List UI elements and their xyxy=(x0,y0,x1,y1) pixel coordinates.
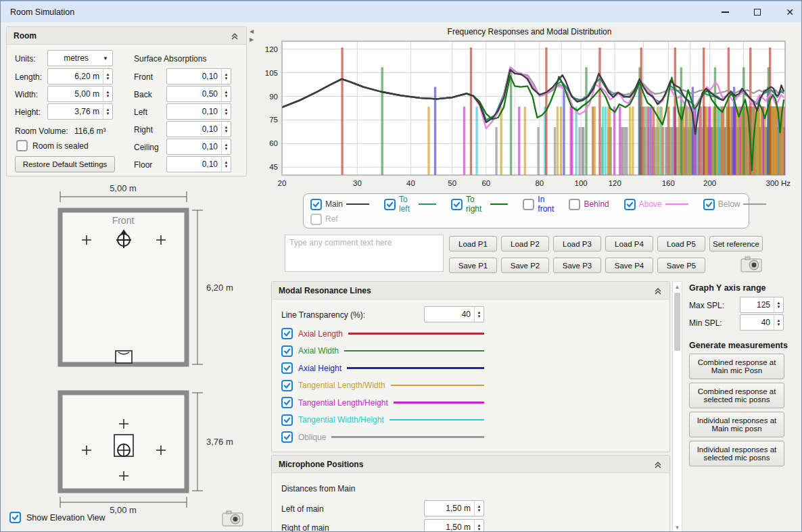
frequency-response-chart[interactable]: 4560759010512020304050608010012016020030… xyxy=(256,25,802,191)
ref-checkbox[interactable] xyxy=(310,214,322,225)
spinner-arrows-icon[interactable]: ▲▼ xyxy=(221,87,231,101)
scrollbar-thumb[interactable] xyxy=(674,293,680,351)
legend-item-main[interactable]: Main xyxy=(310,199,369,210)
speaker-elevation-icon[interactable] xyxy=(114,435,133,456)
mic-panel-header[interactable]: Microphone Positions xyxy=(272,456,669,473)
load-p5-button[interactable]: Load P5 xyxy=(657,236,705,251)
axial-height-checkbox[interactable] xyxy=(281,362,293,374)
room-panel-header[interactable]: Room xyxy=(7,27,246,45)
spinner-arrows-icon[interactable]: ▲▼ xyxy=(774,297,783,312)
right-of-main-input[interactable]: 1,50 m ▲▼ xyxy=(424,519,484,532)
load-p4-button[interactable]: Load P4 xyxy=(605,236,653,251)
save-p3-button[interactable]: Save P3 xyxy=(553,258,601,273)
collapse-chevron-icon[interactable] xyxy=(653,286,663,295)
to-left-checkbox[interactable] xyxy=(384,199,396,210)
spinner-arrows-icon[interactable]: ▲▼ xyxy=(221,104,231,119)
collapse-chevron-icon[interactable] xyxy=(653,460,663,469)
absorption-right-input[interactable]: 0,10 ▲▼ xyxy=(166,121,231,137)
save-p4-button[interactable]: Save P4 xyxy=(605,258,653,273)
combined-response-main-mic-button[interactable]: Combined response at Main mic Posn xyxy=(689,354,784,379)
distances-from-main-label: Distances from Main xyxy=(281,484,355,493)
legend-item-ref[interactable]: Ref xyxy=(310,214,338,225)
load-p3-button[interactable]: Load P3 xyxy=(553,236,601,251)
graph-snapshot-camera-button[interactable] xyxy=(740,255,763,273)
collapse-chevron-icon[interactable] xyxy=(230,31,239,41)
tangential-wh-checkbox[interactable] xyxy=(281,414,293,426)
left-of-main-input[interactable]: 1,50 m ▲▼ xyxy=(424,500,484,516)
absorption-ceiling-input[interactable]: 0,10 ▲▼ xyxy=(166,139,231,155)
individual-responses-selected-mics-button[interactable]: Individual responses at selected mic pos… xyxy=(689,441,784,466)
close-button[interactable]: ✕ xyxy=(784,6,796,18)
scroll-down-icon[interactable]: ▼ xyxy=(675,523,680,532)
modal-panel-header[interactable]: Modal Resonance Lines xyxy=(272,282,669,299)
min-spl-input[interactable]: 40 ▲▼ xyxy=(740,314,784,331)
plan-width-dimension: 5,00 m xyxy=(110,183,137,193)
scroll-up-icon[interactable]: ▲ xyxy=(675,282,680,291)
legend-item-in-front[interactable]: In front xyxy=(523,195,554,214)
spinner-arrows-icon[interactable]: ▲▼ xyxy=(103,104,112,119)
line-transparency-input[interactable]: 40 ▲▼ xyxy=(424,306,484,322)
legend-item-to-right[interactable]: To right xyxy=(451,195,508,214)
spinner-arrows-icon[interactable]: ▲▼ xyxy=(474,501,483,516)
spinner-arrows-icon[interactable]: ▲▼ xyxy=(474,307,483,322)
tangential-lh-checkbox[interactable] xyxy=(281,397,293,408)
legend-item-above[interactable]: Above xyxy=(624,199,688,210)
scrollbar-track[interactable] xyxy=(673,291,682,523)
legend-item-below[interactable]: Below xyxy=(703,199,767,210)
main-checkbox[interactable] xyxy=(310,199,322,210)
length-input[interactable]: 6,20 m ▲▼ xyxy=(47,68,113,84)
max-spl-input[interactable]: 125 ▲▼ xyxy=(740,297,784,313)
save-p5-button[interactable]: Save P5 xyxy=(657,258,705,273)
spinner-arrows-icon[interactable]: ▲▼ xyxy=(221,69,231,84)
svg-text:60: 60 xyxy=(481,179,490,187)
in-front-checkbox[interactable] xyxy=(523,199,534,210)
collapse-right-icon[interactable]: ▶ xyxy=(250,37,256,43)
to-right-checkbox[interactable] xyxy=(451,199,463,210)
absorption-back-input[interactable]: 0,50 ▲▼ xyxy=(166,86,231,102)
below-checkbox[interactable] xyxy=(703,199,715,210)
svg-text:120: 120 xyxy=(265,45,278,53)
tangential-lw-checkbox[interactable] xyxy=(281,380,293,391)
set-reference-button[interactable]: Set reference xyxy=(709,236,763,251)
splitter-arrows[interactable]: ◀▶ xyxy=(250,29,256,43)
axial-width-checkbox[interactable] xyxy=(281,345,293,357)
width-input[interactable]: 5,00 m ▲▼ xyxy=(47,86,113,102)
axial-length-checkbox[interactable] xyxy=(281,328,293,339)
oblique-checkbox[interactable] xyxy=(281,431,293,443)
legend-item-to-left[interactable]: To left xyxy=(384,195,436,214)
maximize-button[interactable] xyxy=(751,6,763,18)
spinner-arrows-icon[interactable]: ▲▼ xyxy=(774,315,783,330)
spinner-arrows-icon[interactable]: ▲▼ xyxy=(103,69,112,84)
spinner-arrows-icon[interactable]: ▲▼ xyxy=(221,139,231,154)
save-p2-button[interactable]: Save P2 xyxy=(501,258,549,273)
absorption-left-label: Left xyxy=(134,107,147,117)
show-elevation-checkbox[interactable] xyxy=(9,512,21,523)
comment-input[interactable] xyxy=(285,235,444,272)
height-input[interactable]: 3,76 m ▲▼ xyxy=(47,103,113,120)
behind-checkbox[interactable] xyxy=(569,199,580,210)
collapse-left-icon[interactable]: ◀ xyxy=(250,29,256,34)
load-p1-button[interactable]: Load P1 xyxy=(449,236,497,251)
legend-item-behind[interactable]: Behind xyxy=(569,199,609,210)
speaker-plan-icon[interactable] xyxy=(116,351,132,363)
combined-response-selected-mics-button[interactable]: Combined response at selected mic posns xyxy=(689,383,784,408)
modal-line-row-oblique: Oblique xyxy=(281,431,484,443)
individual-responses-main-mic-button[interactable]: Individual responses at Main mic posn xyxy=(689,412,784,437)
middle-panel-scrollbar[interactable]: ▲ ▼ xyxy=(672,281,682,532)
room-sealed-checkbox[interactable] xyxy=(16,140,28,151)
diagram-snapshot-camera-button[interactable] xyxy=(221,509,244,527)
max-spl-label: Max SPL: xyxy=(689,301,724,310)
spinner-arrows-icon[interactable]: ▲▼ xyxy=(221,157,231,172)
absorption-floor-input[interactable]: 0,10 ▲▼ xyxy=(166,156,231,172)
load-p2-button[interactable]: Load P2 xyxy=(501,236,549,251)
spinner-arrows-icon[interactable]: ▲▼ xyxy=(103,87,112,101)
spinner-arrows-icon[interactable]: ▲▼ xyxy=(474,520,483,532)
restore-defaults-button[interactable]: Restore Default Settings xyxy=(15,156,115,172)
save-p1-button[interactable]: Save P1 xyxy=(449,258,497,273)
minimize-button[interactable] xyxy=(719,6,731,18)
spinner-arrows-icon[interactable]: ▲▼ xyxy=(221,122,231,137)
absorption-front-input[interactable]: 0,10 ▲▼ xyxy=(166,68,231,84)
above-checkbox[interactable] xyxy=(624,199,636,210)
units-dropdown[interactable]: metres ▼ xyxy=(47,50,113,66)
absorption-left-input[interactable]: 0,10 ▲▼ xyxy=(166,103,231,120)
